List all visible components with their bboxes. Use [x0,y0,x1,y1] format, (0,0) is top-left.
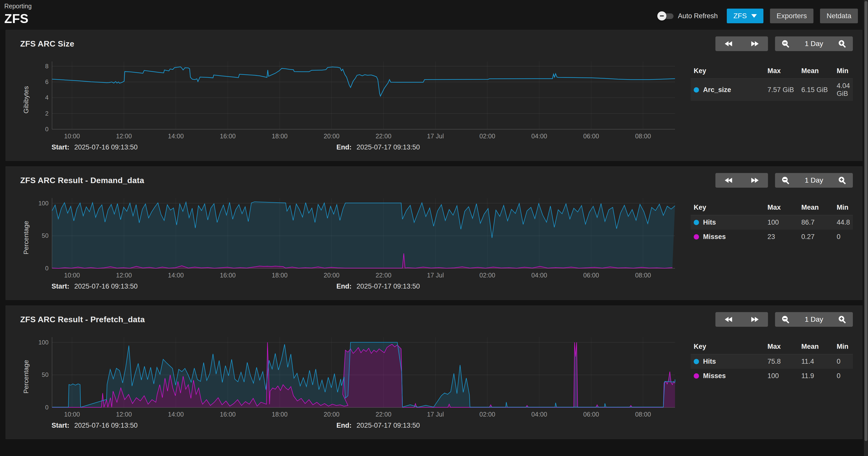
auto-refresh-toggle[interactable] [657,12,674,19]
rewind-icon [724,316,733,323]
end-value: 2025-07-17 09:13:50 [356,143,420,151]
zoom-in-button[interactable] [832,36,853,51]
svg-text:100: 100 [38,200,49,207]
svg-text:02:00: 02:00 [479,133,495,140]
zoom-group: 1 Day [775,312,853,327]
start-label: Start: [52,422,69,429]
legend-min-value: 0 [834,230,853,244]
step-back-button[interactable] [715,173,742,188]
zoom-out-icon [781,315,790,324]
legend-header-key: Key [691,340,765,354]
legend-header-min: Min [834,64,853,79]
svg-text:100: 100 [38,339,49,346]
svg-text:08:00: 08:00 [635,272,651,279]
end-label: End: [337,422,352,429]
netdata-button[interactable]: Netdata [820,8,858,23]
legend-key-arc-size[interactable]: Arc_size [691,79,765,101]
step-back-button[interactable] [715,36,742,51]
legend-min-value: 44.8 [834,215,853,230]
auto-refresh-label: Auto Refresh [678,12,718,20]
zfs-dropdown-label: ZFS [733,12,747,20]
svg-text:17 Jul: 17 Jul [427,272,444,279]
rewind-icon [724,177,733,184]
zoom-range-label: 1 Day [796,315,832,323]
arc-size-chart[interactable]: 0246810:0012:0014:0016:0018:0020:0022:00… [32,58,679,141]
demand-data-chart[interactable]: 05010010:0012:0014:0016:0018:0020:0022:0… [32,195,679,281]
legend-max-value: 7.57 GiB [765,79,798,101]
step-forward-button[interactable] [742,173,768,188]
svg-text:10:00: 10:00 [64,133,80,140]
legend-table: Key Max Mean Min Hits 75.8 11.4 0 Misses… [679,334,853,433]
legend-key-misses[interactable]: Misses [691,230,765,244]
zoom-in-icon [838,176,847,185]
svg-text:14:00: 14:00 [168,411,184,418]
zoom-in-icon [838,315,847,324]
zfs-dropdown-button[interactable]: ZFS [727,8,764,23]
legend-header-min: Min [834,340,853,354]
svg-text:10:00: 10:00 [64,272,80,279]
legend-key-hits[interactable]: Hits [691,354,765,369]
svg-text:0: 0 [45,404,49,411]
legend-max-value: 100 [765,369,798,383]
legend-header-mean: Mean [798,64,834,79]
legend-header-mean: Mean [798,201,834,215]
step-forward-button[interactable] [742,312,768,327]
step-back-button[interactable] [715,312,742,327]
legend-header-key: Key [691,64,765,79]
end-value: 2025-07-17 09:13:50 [356,283,420,290]
svg-text:22:00: 22:00 [376,272,392,279]
scrollbar[interactable] [864,0,868,456]
legend-key-hits[interactable]: Hits [691,215,765,230]
prefetch-data-chart[interactable]: 05010010:0012:0014:0016:0018:0020:0022:0… [32,334,679,420]
svg-text:10:00: 10:00 [64,411,80,418]
series-dot-icon [694,359,699,364]
svg-text:2: 2 [45,110,49,117]
legend-mean-value: 0.27 [798,230,834,244]
zoom-group: 1 Day [775,36,853,51]
zoom-out-button[interactable] [775,173,796,188]
zoom-out-button[interactable] [775,36,796,51]
card-title: ZFS ARC Result - Prefetch_data [20,315,145,324]
svg-text:18:00: 18:00 [272,133,288,140]
legend-key-misses[interactable]: Misses [691,369,765,383]
svg-text:14:00: 14:00 [168,133,184,140]
zoom-out-button[interactable] [775,312,796,327]
card-title: ZFS ARC Size [20,39,74,49]
legend-max-value: 75.8 [765,354,798,369]
legend-table: Key Max Mean Min Hits 100 86.7 44.8 Miss… [679,195,853,294]
topbar-controls: Auto Refresh ZFS Exporters Netdata [657,8,858,23]
svg-text:18:00: 18:00 [272,411,288,418]
series-dot-icon [694,87,699,92]
zoom-in-button[interactable] [832,312,853,327]
svg-text:06:00: 06:00 [583,133,599,140]
fast-forward-icon [750,40,759,47]
series-dot-icon [694,220,699,225]
scrollbar-thumb[interactable] [865,1,868,441]
zoom-in-button[interactable] [832,173,853,188]
svg-text:22:00: 22:00 [376,133,392,140]
exporters-button[interactable]: Exporters [770,8,813,23]
step-forward-button[interactable] [742,36,768,51]
y-axis-label: Percentage [20,195,32,281]
svg-text:17 Jul: 17 Jul [427,133,444,140]
legend-max-value: 23 [765,230,798,244]
time-nav-group [715,312,768,327]
svg-text:04:00: 04:00 [531,133,547,140]
chevron-down-icon [751,14,757,18]
svg-text:17 Jul: 17 Jul [427,411,444,418]
end-label: End: [337,283,352,290]
svg-text:20:00: 20:00 [323,272,340,279]
toggle-knob-icon [657,11,666,21]
time-nav-group [715,36,768,51]
svg-text:12:00: 12:00 [116,272,132,279]
end-value: 2025-07-17 09:13:50 [356,422,420,429]
start-label: Start: [52,143,69,151]
svg-text:20:00: 20:00 [323,411,340,418]
svg-text:04:00: 04:00 [531,272,547,279]
legend-header-max: Max [765,201,798,215]
zoom-out-icon [781,39,790,48]
fast-forward-icon [750,316,759,323]
time-nav-group [715,173,768,188]
svg-text:04:00: 04:00 [531,411,547,418]
svg-text:0: 0 [45,265,49,272]
